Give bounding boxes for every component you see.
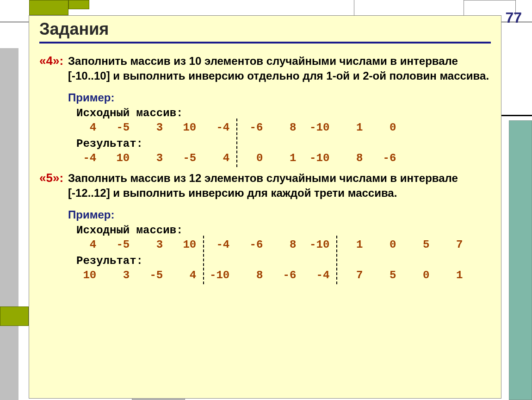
- slide-title: Задания: [39, 19, 491, 39]
- task-5-source-arr: 4 -5 3 10 -4 -6 8 -10 1 0 5 7: [76, 238, 491, 251]
- title-rule: [39, 42, 491, 44]
- task-4-divider: [236, 119, 237, 167]
- task-5-example-label: Пример:: [68, 208, 491, 221]
- task-4-source-arr: 4 -5 3 10 -4 -6 8 -10 1 0: [76, 121, 491, 134]
- task-grade-5: «5»:: [39, 171, 68, 185]
- task-5-result-label: Результат:: [76, 255, 491, 267]
- deco-block-gray-left: [0, 48, 19, 400]
- task-5: «5»: Заполнить массив из 12 элементов сл…: [39, 171, 491, 281]
- task-5-result-wrap: 10 3 -5 4 -10 8 -6 -4 7 5 0 1: [76, 269, 491, 281]
- deco-block-olive-3: [0, 306, 29, 326]
- deco-line-right: [501, 115, 532, 116]
- task-4: «4»: Заполнить массив из 10 элементов сл…: [39, 54, 491, 164]
- deco-block-olive-2: [68, 0, 89, 9]
- task-5-source-label: Исходный массив:: [76, 224, 491, 237]
- task-5-result-arr: 10 3 -5 4 -10 8 -6 -4 7 5 0 1: [76, 269, 491, 281]
- task-4-example-label: Пример:: [68, 91, 491, 104]
- task-grade-4: «4»:: [39, 54, 68, 68]
- slide-body: Задания «4»: Заполнить массив из 10 элем…: [29, 15, 501, 399]
- task-4-source-wrap: 4 -5 3 10 -4 -6 8 -10 1 0: [76, 121, 491, 134]
- task-4-result-label: Результат:: [76, 138, 491, 150]
- task-4-result-arr: -4 10 3 -5 4 0 1 -10 8 -6: [76, 152, 491, 164]
- deco-block-teal-right: [509, 120, 532, 400]
- task-desc-4: Заполнить массив из 10 элементов случайн…: [68, 54, 491, 84]
- task-5-divider-2: [336, 236, 337, 284]
- task-5-divider-1: [203, 236, 204, 284]
- task-5-source-wrap: 4 -5 3 10 -4 -6 8 -10 1 0 5 7: [76, 238, 491, 251]
- deco-block-olive-1: [29, 0, 68, 15]
- task-4-result-wrap: -4 10 3 -5 4 0 1 -10 8 -6: [76, 152, 491, 164]
- task-4-source-label: Исходный массив:: [76, 107, 491, 119]
- page-number: 77: [505, 9, 522, 26]
- task-desc-5: Заполнить массив из 12 элементов случайн…: [68, 171, 491, 201]
